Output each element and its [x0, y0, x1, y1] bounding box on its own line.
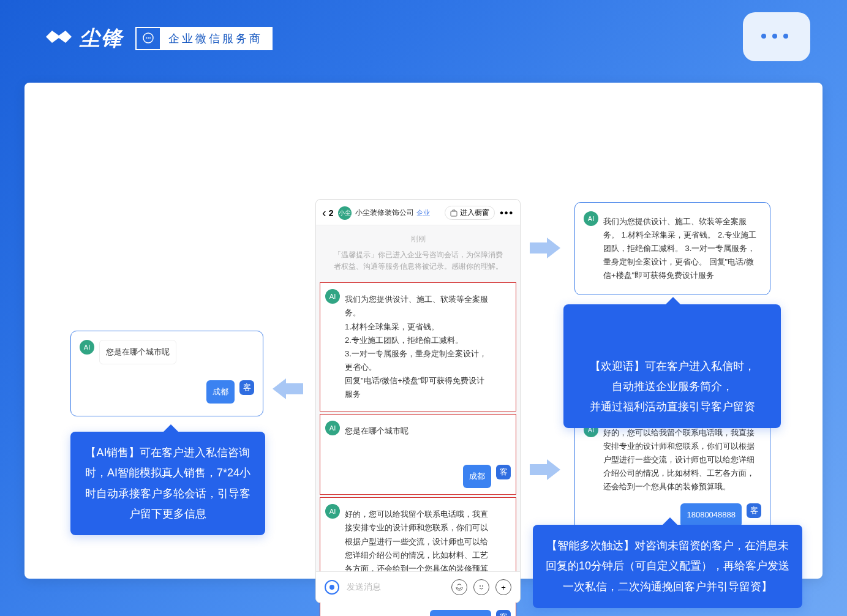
- system-notice: 「温馨提示」你已进入企业号咨询会话，为保障消费者权益、沟通等服务信息将被记录。感…: [316, 249, 520, 280]
- info-reach-text: 【智能多次触达】对咨询未留资的客户，在消息未回复的10分钟后（可自定义配置），再…: [546, 539, 789, 593]
- welcome-text: 我们为您提供设计、施工、软装等全案服务。 1.材料全球集采，更省钱。 2.专业施…: [603, 211, 761, 286]
- arrow-left-icon: [273, 380, 303, 398]
- svg-point-3: [149, 37, 151, 39]
- more-icon[interactable]: •••: [500, 208, 514, 219]
- svg-rect-4: [451, 211, 457, 216]
- info-ai-sales: 【AI销售】可在客户进入私信咨询时，AI智能模拟真人销售，7*24小时自动承接客…: [70, 432, 265, 535]
- company-avatar: 小尘: [338, 206, 352, 220]
- showcase-button[interactable]: 进入橱窗: [445, 206, 495, 220]
- city-question-row: AI 您是在哪个城市呢: [325, 421, 511, 441]
- phone-answer-row: 18080048888 客: [325, 610, 511, 616]
- info-ai-sales-text: 【AI销售】可在客户进入私信咨询时，AI智能模拟真人销售，7*24小时自动承接客…: [85, 446, 250, 520]
- brand-logo: 尘锋: [46, 24, 123, 53]
- ai-avatar: AI: [325, 289, 340, 304]
- info-welcome: 【欢迎语】可在客户进入私信时， 自动推送企业服务简介， 并通过福利活动直接引导客…: [563, 304, 781, 428]
- callout-city-answer: 成都 客: [80, 380, 254, 404]
- welcome-message: 我们为您提供设计、施工、软装等全案服务。 1.材料全球集采，更省钱。 2.专业施…: [345, 289, 492, 405]
- highlight-box-city: AI 您是在哪个城市呢 成都 客: [320, 414, 516, 495]
- brand-logo-icon: [46, 29, 72, 48]
- ai-avatar: AI: [325, 504, 340, 519]
- svg-point-5: [480, 585, 481, 587]
- info-welcome-text: 【欢迎语】可在客户进入私信时， 自动推送企业服务简介， 并通过福利活动直接引导客…: [590, 360, 755, 413]
- message-input-bar: 发送消息 +: [316, 571, 520, 603]
- brand-name: 尘锋: [79, 24, 123, 53]
- arrow-right-icon: [530, 239, 560, 257]
- ai-avatar: AI: [325, 421, 340, 435]
- customer-avatar: 客: [747, 503, 761, 518]
- city-answer-row: 成都 客: [325, 465, 511, 488]
- chat-icon: [137, 28, 160, 49]
- company-name: 小尘装修装饰公司: [355, 208, 414, 218]
- welcome-message-row: AI 我们为您提供设计、施工、软装等全案服务。 1.材料全球集采，更省钱。 2.…: [325, 289, 511, 405]
- customer-avatar: 客: [496, 465, 511, 479]
- showcase-label: 进入橱窗: [460, 208, 489, 218]
- main-panel: ‹ 2 小尘 小尘装修装饰公司 企业 进入橱窗 ••• 刚刚 「温馨提示」你已进…: [24, 83, 823, 579]
- chat-phone-mockup: ‹ 2 小尘 小尘装修装饰公司 企业 进入橱窗 ••• 刚刚 「温馨提示」你已进…: [315, 199, 521, 603]
- voice-icon[interactable]: [451, 579, 467, 595]
- callout-welcome: AI 我们为您提供设计、施工、软装等全案服务。 1.材料全球集采，更省钱。 2.…: [574, 202, 770, 295]
- add-icon[interactable]: +: [495, 579, 511, 595]
- ai-avatar: AI: [584, 211, 598, 226]
- city-answer-text: 成都: [206, 380, 235, 404]
- enterprise-tag: 企业: [416, 208, 430, 217]
- phone-answer-text: 18080048888: [680, 503, 742, 527]
- city-question-text: 您是在哪个城市呢: [99, 340, 176, 364]
- arrow-right-icon: [530, 460, 560, 479]
- callout-city-question: AI 您是在哪个城市呢: [80, 340, 254, 364]
- back-icon[interactable]: ‹: [322, 206, 326, 220]
- phone-number-answer: 18080048888: [430, 610, 491, 616]
- message-input[interactable]: 发送消息: [347, 582, 445, 593]
- city-question: 您是在哪个城市呢: [345, 421, 408, 441]
- shop-icon: [450, 209, 457, 217]
- ai-avatar: AI: [80, 340, 94, 355]
- customer-avatar: 客: [239, 380, 254, 395]
- callout-city: AI 您是在哪个城市呢 成都 客: [70, 331, 263, 416]
- timestamp: 刚刚: [316, 234, 520, 244]
- customer-avatar: 客: [496, 610, 511, 616]
- camera-icon[interactable]: [325, 580, 339, 595]
- badge-label: 企业微信服务商: [160, 28, 271, 49]
- decorative-chat-bubble: [743, 12, 810, 61]
- service-badge: 企业微信服务商: [135, 27, 273, 50]
- svg-point-2: [148, 37, 149, 39]
- chat-header: ‹ 2 小尘 小尘装修装饰公司 企业 进入橱窗 •••: [316, 200, 520, 225]
- callout-welcome-row: AI 我们为您提供设计、施工、软装等全案服务。 1.材料全球集采，更省钱。 2.…: [584, 211, 761, 286]
- svg-point-6: [482, 585, 483, 587]
- highlight-box-welcome: AI 我们为您提供设计、施工、软装等全案服务。 1.材料全球集采，更省钱。 2.…: [320, 282, 516, 411]
- back-count: 2: [329, 208, 334, 218]
- emoji-icon[interactable]: [473, 579, 489, 595]
- page-header: 尘锋 企业微信服务商: [0, 0, 847, 53]
- callout-followup-row: AI 好的，您可以给我留个联系电话哦，我直接安排专业的设计师和您联系，你们可以根…: [584, 423, 761, 497]
- info-reach: 【智能多次触达】对咨询未留资的客户，在消息未回复的10分钟后（可自定义配置），再…: [533, 525, 802, 608]
- city-answer: 成都: [463, 465, 491, 488]
- svg-point-1: [146, 37, 147, 39]
- followup-text: 好的，您可以给我留个联系电话哦，我直接安排专业的设计师和您联系，你们可以根据户型…: [603, 423, 761, 497]
